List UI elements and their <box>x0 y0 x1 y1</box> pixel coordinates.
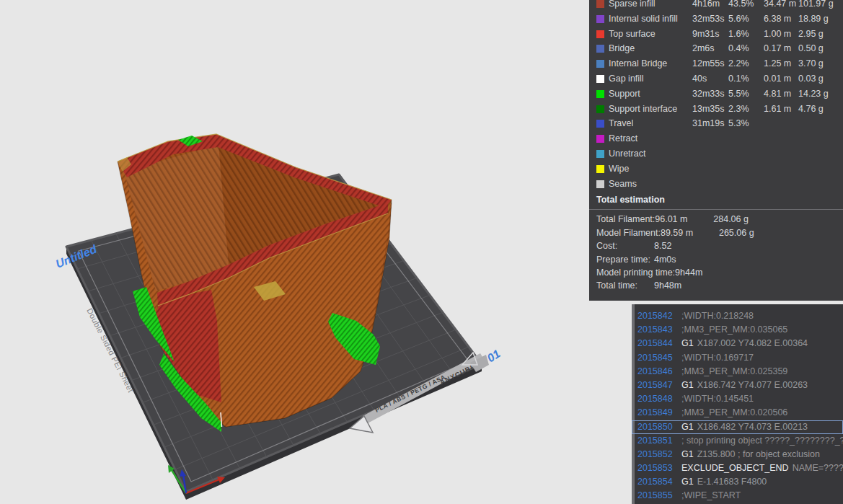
gcode-line[interactable]: 2015852G1Z135.800 ; for object exclusion <box>632 448 843 461</box>
feature-label: Support interface <box>609 102 677 117</box>
total-value-2: 265.06 g <box>719 228 754 238</box>
gcode-line-number: 2015843 <box>637 323 681 337</box>
gcode-line-number: 2015852 <box>637 448 681 461</box>
feature-color-swatch <box>596 60 604 68</box>
gcode-line-number: 2015846 <box>637 365 681 379</box>
feature-label: Unretract <box>609 146 645 162</box>
gcode-line-selected[interactable]: 2015850G1X186.482 Y74.073 E.00213 <box>632 420 843 434</box>
feature-length: 0.01 m <box>764 71 791 87</box>
legend-row[interactable]: Seams <box>589 177 843 192</box>
legend-row[interactable]: Top surface9m31s1.6%1.00 m2.95 g <box>589 27 843 42</box>
total-row: Total time:9h48m <box>589 279 843 292</box>
feature-weight: 4.76 g <box>798 102 824 117</box>
gcode-args: X187.002 Y74.082 E.00364 <box>697 338 808 348</box>
gcode-line[interactable]: 2015853EXCLUDE_OBJECT_ENDNAME=?????_? <box>632 461 843 475</box>
gcode-line-list: 2015842;WIDTH:0.2182482015843;MM3_PER_MM… <box>632 309 843 503</box>
gcode-args: X186.482 Y74.073 E.00213 <box>697 422 808 432</box>
feature-length: 1.00 m <box>764 27 791 42</box>
total-row: Total Filament:96.01 m284.06 g <box>589 213 843 226</box>
feature-percent: 43.5% <box>728 0 754 12</box>
gcode-line[interactable]: 2015845;WIDTH:0.169717 <box>632 351 843 365</box>
legend-row[interactable]: Gap infill40s0.1%0.01 m0.03 g <box>589 71 843 87</box>
total-value: 9h44m <box>675 266 733 279</box>
legend-row[interactable]: Sparse infill4h16m43.5%34.47 m101.97 g <box>589 0 843 12</box>
feature-time: 32m53s <box>692 12 724 27</box>
feature-time: 4h16m <box>692 0 720 12</box>
gcode-line[interactable]: 2015847G1X186.742 Y74.077 E.00263 <box>632 379 843 392</box>
feature-time: 12m55s <box>692 56 724 71</box>
gcode-line[interactable]: 2015848;WIDTH:0.145451 <box>632 392 843 406</box>
gcode-args: ; stop printing object ?????_????????_?.… <box>681 436 843 446</box>
legend-row[interactable]: Wipe <box>589 162 843 177</box>
legend-row[interactable]: Support interface13m35s2.3%1.61 m4.76 g <box>589 102 843 117</box>
gcode-command: G1 <box>681 449 694 459</box>
gcode-line[interactable]: 2015855;WIPE_START <box>632 489 843 503</box>
total-value: 8.52 <box>654 239 712 252</box>
feature-color-swatch <box>596 30 604 38</box>
gcode-command: G1 <box>681 380 694 390</box>
gcode-line[interactable]: 2015843;MM3_PER_MM:0.035065 <box>632 323 843 337</box>
feature-color-swatch <box>596 165 604 173</box>
total-value: 96.01 m <box>655 213 713 226</box>
feature-percent: 1.6% <box>728 27 749 42</box>
total-row: Model Filament:89.59 m265.06 g <box>589 226 843 239</box>
feature-label: Retract <box>609 131 637 146</box>
feature-length: 1.25 m <box>764 56 791 71</box>
feature-color-swatch <box>596 90 604 98</box>
gcode-args: Z135.800 ; for object exclusion <box>697 449 820 459</box>
gcode-args: ;WIDTH:0.169717 <box>681 353 754 363</box>
feature-weight: 0.03 g <box>798 71 824 87</box>
feature-color-swatch <box>596 75 604 83</box>
feature-label: Bridge <box>609 41 635 56</box>
legend-row[interactable]: Bridge2m6s0.4%0.17 m0.50 g <box>589 41 843 56</box>
legend-row[interactable]: Internal solid infill32m53s5.6%6.38 m18.… <box>589 12 843 27</box>
gcode-command: G1 <box>681 477 694 487</box>
gcode-line-number: 2015845 <box>637 351 681 365</box>
gcode-line[interactable]: 2015846;MM3_PER_MM:0.025359 <box>632 365 843 379</box>
legend-row[interactable]: Unretract <box>589 146 843 162</box>
gcode-args: ;WIPE_START <box>681 490 741 500</box>
feature-percent: 0.1% <box>728 71 749 87</box>
legend-row[interactable]: Support32m33s5.5%4.81 m14.23 g <box>589 87 843 102</box>
total-row: Model printing time:9h44m <box>589 266 843 279</box>
feature-percent: 2.2% <box>728 56 749 71</box>
feature-percent: 5.5% <box>728 87 749 102</box>
total-label: Prepare time: <box>596 253 654 266</box>
feature-color-swatch <box>596 45 604 53</box>
legend-row[interactable]: Internal Bridge12m55s2.2%1.25 m3.70 g <box>589 56 843 71</box>
feature-time: 13m35s <box>692 102 724 117</box>
feature-weight: 2.95 g <box>798 27 824 42</box>
legend-row[interactable]: Travel31m19s5.3% <box>589 116 843 131</box>
gcode-args: ;MM3_PER_MM:0.035065 <box>681 324 787 335</box>
feature-time: 9m31s <box>692 27 720 42</box>
total-label: Total Filament: <box>596 213 655 226</box>
gcode-line[interactable]: 2015844G1X187.002 Y74.082 E.00364 <box>632 337 843 350</box>
feature-color-swatch <box>596 120 604 128</box>
gcode-line[interactable]: 2015854G1E-1.41683 F4800 <box>632 475 843 489</box>
gcode-args: X186.742 Y74.077 E.00263 <box>697 380 808 390</box>
gcode-args: E-1.41683 F4800 <box>697 477 767 487</box>
feature-label: Top surface <box>609 27 656 42</box>
total-value-2: 284.06 g <box>713 214 749 224</box>
gcode-line[interactable]: 2015851; stop printing object ?????_????… <box>632 434 843 448</box>
feature-weight: 101.97 g <box>798 0 834 12</box>
gcode-args: ;MM3_PER_MM:0.025359 <box>681 366 787 376</box>
gcode-viewer-panel[interactable]: 2015842;WIDTH:0.2182482015843;MM3_PER_MM… <box>632 304 843 504</box>
gcode-line[interactable]: 2015842;WIDTH:0.218248 <box>632 309 843 323</box>
total-value: 89.59 m <box>661 226 719 239</box>
gcode-line[interactable]: 2015849;MM3_PER_MM:0.020506 <box>632 406 843 420</box>
feature-color-swatch <box>596 150 604 158</box>
feature-percent: 0.4% <box>728 41 749 56</box>
gcode-line-number: 2015849 <box>637 406 681 420</box>
feature-label: Sparse infill <box>609 0 656 12</box>
feature-color-swatch <box>596 15 604 23</box>
total-value: 9h48m <box>654 279 712 292</box>
feature-length: 6.38 m <box>764 12 791 27</box>
total-row: Cost:8.52 <box>589 239 843 252</box>
gcode-line-number: 2015848 <box>637 392 681 406</box>
gcode-args: ;MM3_PER_MM:0.020506 <box>681 407 787 417</box>
legend-row[interactable]: Retract <box>589 131 843 146</box>
gcode-line-number: 2015850 <box>637 420 681 434</box>
feature-label: Gap infill <box>609 71 644 87</box>
total-row: Prepare time:4m0s <box>589 253 843 266</box>
